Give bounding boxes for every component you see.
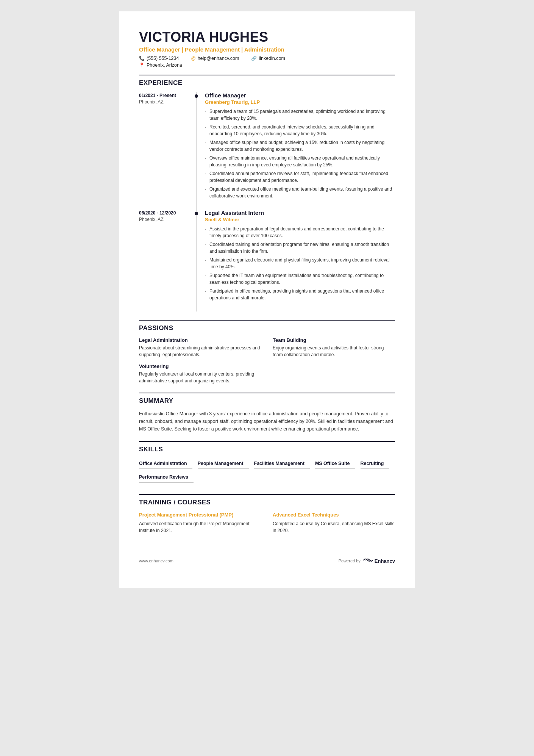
phone-number: (555) 555-1234 [147, 56, 179, 61]
exp-right-1: Office Manager Greenberg Traurig, LLP Su… [196, 92, 395, 210]
passion-text-2: Enjoy organizing events and activities t… [273, 344, 395, 358]
summary-section: SUMMARY Enthusiastic Office Manager with… [139, 397, 395, 433]
location-icon: 📍 [139, 63, 145, 68]
footer-powered: Powered by Enhancv [339, 557, 395, 565]
linkedin-icon: 🔗 [251, 56, 257, 61]
bullet-2-1: Assisted in the preparation of legal doc… [205, 225, 395, 239]
skill-6: Performance Reviews [139, 472, 194, 483]
exp-right-2: Legal Assistant Intern Snell & Wilmer As… [196, 210, 395, 311]
training-item-2: Advanced Excel Techniques Completed a co… [273, 512, 395, 534]
location-contact: 📍 Phoenix, Arizona [139, 63, 395, 68]
passion-title-3: Volunteering [139, 363, 261, 369]
skill-3: Facilities Management [254, 459, 310, 469]
summary-divider [139, 393, 395, 393]
footer-website: www.enhancv.com [139, 559, 173, 563]
experience-item-2: 06/2020 - 12/2020 Phoenix, AZ Legal Assi… [139, 210, 395, 311]
training-title-1: Project Management Professional (PMP) [139, 512, 261, 518]
bullet-2-4: Supported the IT team with equipment ins… [205, 272, 395, 286]
passions-section: PASSIONS Legal Administration Passionate… [139, 324, 395, 384]
skills-section: SKILLS Office Administration People Mana… [139, 446, 395, 486]
contact-row: 📞 (555) 555-1234 @ help@enhancv.com 🔗 li… [139, 56, 395, 61]
bullet-1-5: Coordinated annual performance reviews f… [205, 170, 395, 184]
exp-left-1: 01/2021 - Present Phoenix, AZ [139, 92, 196, 210]
passion-item-2: Team Building Enjoy organizing events an… [273, 337, 395, 358]
training-text-2: Completed a course by Coursera, enhancin… [273, 520, 395, 534]
passions-divider [139, 320, 395, 321]
exp-left-2: 06/2020 - 12/2020 Phoenix, AZ [139, 210, 196, 311]
location-text: Phoenix, Arizona [147, 63, 182, 68]
skill-4: MS Office Suite [315, 459, 355, 469]
skill-5: Recruiting [361, 459, 389, 469]
exp-jobtitle-1: Office Manager [205, 92, 395, 99]
header: VICTORIA HUGHES Office Manager | People … [139, 30, 395, 68]
passion-item-3: Volunteering Regularly volunteer at loca… [139, 363, 261, 384]
exp-location-2: Phoenix, AZ [139, 217, 190, 222]
training-divider [139, 494, 395, 495]
linkedin-url: linkedin.com [259, 56, 285, 61]
footer: www.enhancv.com Powered by Enhancv [139, 553, 395, 565]
passions-grid: Legal Administration Passionate about st… [139, 337, 395, 384]
resume-page: VICTORIA HUGHES Office Manager | People … [119, 11, 415, 588]
skill-1: Office Administration [139, 459, 192, 469]
skill-2: People Management [198, 459, 249, 469]
bullet-2-2: Coordinated training and orientation pro… [205, 241, 395, 255]
experience-section: EXPERIENCE 01/2021 - Present Phoenix, AZ… [139, 79, 395, 311]
experience-title: EXPERIENCE [139, 79, 395, 87]
training-item-1: Project Management Professional (PMP) Ac… [139, 512, 261, 534]
passion-text-3: Regularly volunteer at local community c… [139, 371, 261, 384]
enhancv-logo-mark [363, 557, 373, 565]
phone-icon: 📞 [139, 56, 145, 61]
training-section: TRAINING / COURSES Project Management Pr… [139, 499, 395, 534]
exp-date-2: 06/2020 - 12/2020 [139, 210, 190, 216]
candidate-title: Office Manager | People Management | Adm… [139, 46, 395, 53]
enhancv-logo: Enhancv [363, 557, 395, 565]
exp-bullets-2: Assisted in the preparation of legal doc… [205, 225, 395, 301]
skills-divider [139, 441, 395, 442]
passion-title-2: Team Building [273, 337, 395, 343]
passion-title-1: Legal Administration [139, 337, 261, 343]
experience-divider [139, 75, 395, 75]
bullet-1-1: Supervised a team of 15 paralegals and s… [205, 108, 395, 122]
exp-date-1: 01/2021 - Present [139, 93, 190, 98]
email-contact: @ help@enhancv.com [191, 56, 239, 61]
summary-title: SUMMARY [139, 397, 395, 405]
bullet-1-6: Organized and executed office meetings a… [205, 186, 395, 199]
exp-location-1: Phoenix, AZ [139, 99, 190, 105]
email-address: help@enhancv.com [198, 56, 239, 61]
powered-by-label: Powered by [339, 559, 361, 563]
exp-jobtitle-2: Legal Assistant Intern [205, 210, 395, 216]
exp-company-2: Snell & Wilmer [205, 217, 395, 222]
training-title: TRAINING / COURSES [139, 499, 395, 506]
training-grid: Project Management Professional (PMP) Ac… [139, 512, 395, 534]
skills-grid: Office Administration People Management … [139, 459, 395, 486]
passion-item-1: Legal Administration Passionate about st… [139, 337, 261, 358]
email-icon: @ [191, 56, 195, 61]
training-title-2: Advanced Excel Techniques [273, 512, 395, 518]
bullet-1-2: Recruited, screened, and coordinated int… [205, 124, 395, 137]
candidate-name: VICTORIA HUGHES [139, 30, 395, 45]
bullet-2-5: Participated in office meetings, providi… [205, 288, 395, 301]
training-text-1: Achieved certification through the Proje… [139, 520, 261, 534]
linkedin-contact: 🔗 linkedin.com [251, 56, 285, 61]
passion-text-1: Passionate about streamlining administra… [139, 344, 261, 358]
experience-item-1: 01/2021 - Present Phoenix, AZ Office Man… [139, 92, 395, 210]
enhancv-brand-name: Enhancv [375, 558, 395, 564]
skills-title: SKILLS [139, 446, 395, 453]
bullet-2-3: Maintained organized electronic and phys… [205, 257, 395, 270]
exp-bullets-1: Supervised a team of 15 paralegals and s… [205, 108, 395, 199]
summary-text: Enthusiastic Office Manager with 3 years… [139, 410, 395, 433]
passions-title: PASSIONS [139, 324, 395, 332]
phone-contact: 📞 (555) 555-1234 [139, 56, 179, 61]
exp-company-1: Greenberg Traurig, LLP [205, 99, 395, 105]
bullet-1-3: Managed office supplies and budget, achi… [205, 139, 395, 153]
bullet-1-4: Oversaw office maintenance, ensuring all… [205, 155, 395, 168]
